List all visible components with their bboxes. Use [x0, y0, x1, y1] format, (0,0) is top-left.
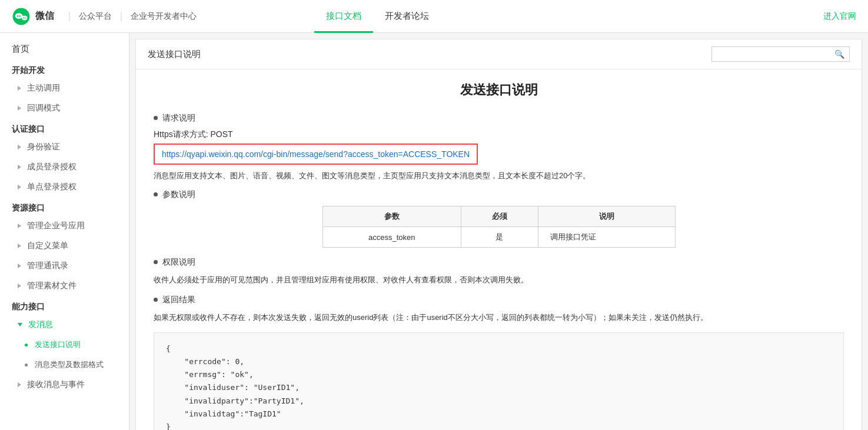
- sidebar-item-manage-apps[interactable]: 管理企业号应用: [0, 216, 129, 236]
- bullet-params-label: 参数说明: [162, 189, 195, 200]
- brand-name: 微信: [35, 10, 54, 22]
- sidebar: 首页 开始开发 主动调用 回调模式 认证接口 身份验证 成员登录授权 单点登录授…: [0, 33, 129, 430]
- https-method-label: Https请求方式: POST: [154, 129, 844, 140]
- search-icon[interactable]: 🔍: [834, 49, 844, 59]
- svg-point-1: [15, 13, 23, 19]
- bullet-dot-icon: [154, 116, 158, 120]
- url-box: https://qyapi.weixin.qq.com/cgi-bin/mess…: [154, 144, 478, 165]
- bullet-permissions-label: 权限说明: [162, 257, 195, 268]
- search-box[interactable]: 🔍: [711, 46, 850, 62]
- bullet-permissions: 权限说明: [154, 257, 844, 268]
- main-layout: 首页 开始开发 主动调用 回调模式 认证接口 身份验证 成员登录授权 单点登录授…: [0, 33, 868, 430]
- section-title-auth: 认证接口: [0, 118, 129, 137]
- permissions-text: 收件人必须处于应用的可见范围内，并且管理组对应用有使用权限、对收件人有查看权限，…: [154, 274, 844, 286]
- bullet-params: 参数说明: [154, 189, 844, 200]
- bullet-dot-icon: [154, 192, 158, 196]
- svg-point-4: [22, 15, 28, 20]
- bullet-return-label: 返回结果: [162, 295, 195, 305]
- dev-center-label: 企业号开发者中心: [131, 11, 197, 22]
- sidebar-item-sso[interactable]: 单点登录授权: [0, 177, 129, 197]
- sidebar-item-home[interactable]: 首页: [0, 39, 129, 59]
- params-table: 参数 必须 说明 access_token 是 调用接口凭证: [322, 206, 676, 248]
- api-url-link[interactable]: https://qyapi.weixin.qq.com/cgi-bin/mess…: [162, 149, 470, 159]
- arrow-icon: [18, 224, 21, 228]
- sidebar-item-send-interface[interactable]: 发送接口说明: [0, 335, 129, 355]
- bullet-request-label: 请求说明: [162, 113, 195, 124]
- col-header-desc: 说明: [538, 206, 675, 227]
- goto-official-link[interactable]: 进入官网: [823, 11, 856, 22]
- nav-item-docs[interactable]: 接口文档: [314, 0, 373, 33]
- col-header-required: 必须: [461, 206, 538, 227]
- arrow-icon: [18, 86, 21, 91]
- sidebar-item-media[interactable]: 管理素材文件: [0, 276, 129, 296]
- arrow-icon: [18, 284, 21, 288]
- wechat-icon: [12, 7, 31, 26]
- param-name: access_token: [322, 227, 461, 248]
- arrow-icon: [18, 145, 21, 149]
- search-input[interactable]: [717, 50, 834, 59]
- col-header-param: 参数: [322, 206, 461, 227]
- header: 微信 ｜ 公众平台 ｜ 企业号开发者中心 接口文档 开发者论坛 进入官网: [0, 0, 868, 33]
- section-title-start: 开始开发: [0, 59, 129, 78]
- param-desc: 调用接口凭证: [538, 227, 675, 248]
- sidebar-item-identity[interactable]: 身份验证: [0, 137, 129, 157]
- table-row: access_token 是 调用接口凭证: [322, 227, 675, 248]
- bullet-dot-icon: [154, 298, 158, 302]
- return-desc: 如果无权限或收件人不存在，则本次发送失败，返回无效的userid列表（注：由于u…: [154, 311, 844, 324]
- logo: 微信: [12, 7, 54, 26]
- sidebar-item-active-call[interactable]: 主动调用: [0, 78, 129, 98]
- nav-item-forum[interactable]: 开发者论坛: [373, 0, 441, 33]
- sidebar-item-member-login[interactable]: 成员登录授权: [0, 157, 129, 177]
- bullet-request: 请求说明: [154, 113, 844, 124]
- arrow-icon: [18, 165, 21, 169]
- svg-point-3: [19, 15, 20, 16]
- arrow-icon: [18, 244, 21, 248]
- article-body: 发送接口说明 请求说明 Https请求方式: POST https://qyap…: [136, 69, 862, 430]
- svg-point-2: [17, 15, 18, 16]
- sidebar-item-custom-menu[interactable]: 自定义菜单: [0, 236, 129, 256]
- svg-point-5: [23, 17, 24, 18]
- param-required: 是: [461, 227, 538, 248]
- article-title: 发送接口说明: [154, 81, 844, 99]
- sidebar-item-callback[interactable]: 回调模式: [0, 98, 129, 118]
- code-block: { "errcode": 0, "errmsg": "ok", "invalid…: [154, 332, 844, 430]
- svg-point-6: [25, 17, 26, 18]
- content-breadcrumb: 发送接口说明: [148, 49, 201, 60]
- message-type-desc: 消息型应用支持文本、图片、语音、视频、文件、图文等消息类型，主页型应用只支持文本…: [154, 171, 844, 181]
- section-title-resource: 资源接口: [0, 197, 129, 216]
- bullet-dot-icon: [154, 260, 158, 264]
- sidebar-item-msg-types[interactable]: 消息类型及数据格式: [0, 355, 129, 375]
- bullet-return: 返回结果: [154, 295, 844, 305]
- divider1: ｜: [65, 10, 74, 22]
- section-title-capability: 能力接口: [0, 296, 129, 315]
- active-dot-icon: [25, 344, 28, 346]
- arrow-icon: [18, 264, 21, 268]
- divider2: ｜: [117, 10, 126, 22]
- content-area: 发送接口说明 🔍 发送接口说明 请求说明 Https请求方式: POST htt…: [135, 39, 862, 430]
- arrow-icon: [18, 382, 21, 387]
- arrow-down-icon: [18, 323, 22, 326]
- sidebar-item-contacts[interactable]: 管理通讯录: [0, 256, 129, 276]
- dot-icon: [25, 364, 28, 366]
- main-nav: 接口文档 开发者论坛: [314, 0, 441, 33]
- content-header: 发送接口说明 🔍: [136, 39, 862, 69]
- sidebar-item-receive-msg[interactable]: 接收消息与事件: [0, 375, 129, 395]
- arrow-icon: [18, 106, 21, 111]
- sidebar-item-send-msg[interactable]: 发消息: [0, 315, 129, 335]
- platform-label: 公众平台: [79, 11, 112, 22]
- arrow-icon: [18, 185, 21, 189]
